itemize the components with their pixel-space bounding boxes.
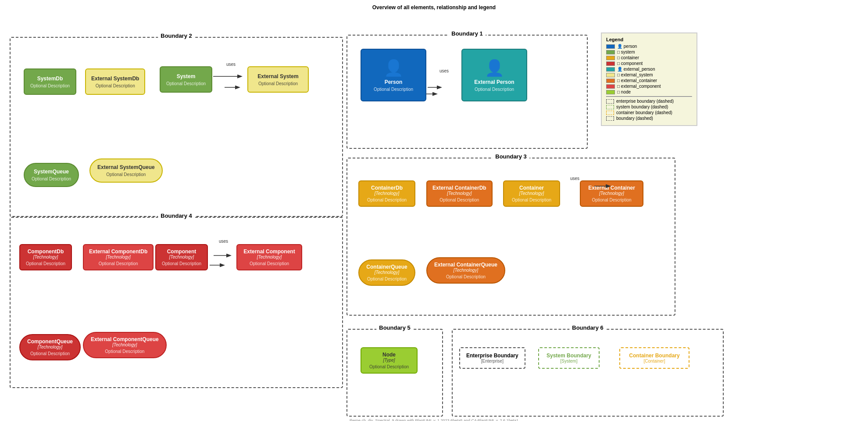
person-icon: 👤 <box>384 59 404 77</box>
container-db-name: ContainerDb <box>371 185 403 191</box>
legend-person-label: 👤 person <box>617 44 637 49</box>
enterprise-boundary-name: Enterprise Boundary <box>466 353 518 359</box>
system-queue-desc: Optional Description <box>32 176 71 181</box>
legend-ext-person-label: 👤 external_person <box>617 67 655 72</box>
legend-ext-container-swatch <box>606 79 615 83</box>
container-queue-shape: ContainerQueue [Technology] Optional Des… <box>358 259 415 286</box>
component-queue-tech: [Technology] <box>38 345 62 349</box>
component-queue-shape: ComponentQueue [Technology] Optional Des… <box>19 334 81 360</box>
external-component-db-elem: External ComponentDb [Technology] Option… <box>83 244 154 270</box>
external-container-queue-shape: External ContainerQueue [Technology] Opt… <box>426 257 505 284</box>
external-container-db-shape: External ContainerDb [Technology] Option… <box>426 180 493 207</box>
component-db-name: ComponentDb <box>28 248 64 255</box>
external-container-db-tech: [Technology] <box>447 191 472 196</box>
boundary-2: Boundary 2 SystemDb Optional Description… <box>10 37 343 217</box>
external-container-db-elem: External ContainerDb [Technology] Option… <box>426 180 493 207</box>
container-queue-elem: ContainerQueue [Technology] Optional Des… <box>358 259 415 286</box>
node-shape: Node [Type] Optional Description <box>361 347 418 374</box>
legend-system-boundary: system boundary (dashed) <box>606 104 692 109</box>
container-elem: Container [Technology] Optional Descript… <box>503 180 560 207</box>
system-db-name: SystemDb <box>37 76 63 82</box>
container-boundary-sub: [Container] <box>626 359 682 363</box>
person-elem: 👤 Person Optional Description <box>361 49 426 101</box>
container-db-elem: ContainerDb [Technology] Optional Descri… <box>358 180 415 207</box>
external-container-desc: Optional Description <box>592 198 631 202</box>
node-desc: Optional Description <box>369 364 409 369</box>
legend-boundary: boundary (dashed) <box>606 116 692 121</box>
legend-container-swatch <box>606 56 615 60</box>
container-queue-name: ContainerQueue <box>366 264 407 270</box>
external-system-shape: External System Optional Description <box>247 66 309 93</box>
uses-label-b4: uses <box>219 239 228 244</box>
legend-ext-person-swatch <box>606 67 615 72</box>
component-queue-elem: ComponentQueue [Technology] Optional Des… <box>19 334 81 360</box>
legend-system-dash <box>606 105 614 109</box>
boundary-6: Boundary 6 Enterprise Boundary [Enterpri… <box>452 329 724 417</box>
container-tech: [Technology] <box>519 191 544 196</box>
external-person-shape: 👤 External Person Optional Description <box>461 49 527 101</box>
external-system-queue-elem: External SystemQueue Optional Descriptio… <box>89 158 163 183</box>
component-db-desc: Optional Description <box>26 261 65 266</box>
boundary-5: Boundary 5 Node [Type] Optional Descript… <box>346 329 443 417</box>
external-system-elem: External System Optional Description <box>247 66 309 93</box>
external-system-db-desc: Optional Description <box>96 83 135 88</box>
system-boundary-name: System Boundary <box>545 353 593 359</box>
legend-ext-container: □ external_container <box>606 78 692 83</box>
enterprise-boundary-elem: Enterprise Boundary [Enterprise] <box>459 347 525 369</box>
external-component-db-shape: External ComponentDb [Technology] Option… <box>83 244 154 270</box>
container-db-desc: Optional Description <box>367 198 407 202</box>
legend-system-swatch <box>606 50 615 54</box>
external-container-elem: External Container [Technology] Optional… <box>580 180 643 207</box>
boundary-4-title: Boundary 4 <box>158 212 195 219</box>
component-db-shape: ComponentDb [Technology] Optional Descri… <box>19 244 72 270</box>
uses-label-b1: uses <box>439 68 449 73</box>
external-component-name: External Component <box>243 248 295 255</box>
container-db-shape: ContainerDb [Technology] Optional Descri… <box>358 180 415 207</box>
external-person-elem: 👤 External Person Optional Description <box>461 49 527 101</box>
external-component-elem: External Component [Technology] Optional… <box>236 244 302 270</box>
legend-system-label: □ system <box>617 50 635 54</box>
component-queue-name: ComponentQueue <box>27 338 73 345</box>
boundary-6-title: Boundary 6 <box>569 324 606 331</box>
boundary-3: Boundary 3 ContainerDb [Technology] Opti… <box>346 158 675 316</box>
node-tech: [Type] <box>383 358 395 363</box>
legend-enterprise-boundary: enterprise boundary (dashed) <box>606 99 692 104</box>
legend-ext-component: □ external_component <box>606 84 692 89</box>
system-db-elem: SystemDb Optional Description <box>24 68 76 95</box>
external-component-queue-tech: [Technology] <box>112 342 137 347</box>
person-shape: 👤 Person Optional Description <box>361 49 426 101</box>
legend-container-boundary: container boundary (dashed) <box>606 110 692 115</box>
external-component-queue-name: External ComponentQueue <box>91 336 159 342</box>
external-person-name: External Person <box>474 79 514 85</box>
external-system-db-name: External SystemDb <box>91 76 139 82</box>
component-name: Component <box>167 248 196 255</box>
system-db-shape: SystemDb Optional Description <box>24 68 76 95</box>
system-boundary-sub: [System] <box>545 359 593 363</box>
external-container-db-desc: Optional Description <box>439 198 479 202</box>
container-queue-desc: Optional Description <box>367 277 407 281</box>
footer: theme cb_div_Spectral_9 drawn with Plant… <box>350 418 518 421</box>
system-queue-name: SystemQueue <box>34 169 69 175</box>
component-db-tech: [Technology] <box>33 255 58 259</box>
legend-container-boundary-label: container boundary (dashed) <box>616 110 672 115</box>
legend-system-boundary-label: system boundary (dashed) <box>616 104 668 109</box>
external-component-tech: [Technology] <box>257 255 282 259</box>
component-shape: Component [Technology] Optional Descript… <box>155 244 208 270</box>
external-component-queue-shape: External ComponentQueue [Technology] Opt… <box>83 332 167 358</box>
legend-boundary-label: boundary (dashed) <box>616 116 653 121</box>
external-container-queue-elem: External ContainerQueue [Technology] Opt… <box>426 257 505 284</box>
external-system-queue-name: External SystemQueue <box>97 164 155 170</box>
external-container-tech: [Technology] <box>599 191 624 196</box>
component-queue-desc: Optional Description <box>30 351 70 356</box>
legend-ext-system: □ external_system <box>606 72 692 77</box>
external-system-db-elem: External SystemDb Optional Description <box>85 68 145 95</box>
boundary-4: Boundary 4 ComponentDb [Technology] Opti… <box>10 217 343 388</box>
legend-node: □ node <box>606 90 692 94</box>
legend-person-swatch <box>606 44 615 49</box>
legend-node-swatch <box>606 90 615 94</box>
container-desc: Optional Description <box>512 198 551 202</box>
system-queue-elem: SystemQueue Optional Description <box>24 163 79 187</box>
external-component-queue-elem: External ComponentQueue [Technology] Opt… <box>83 332 167 358</box>
legend-container: □ container <box>606 55 692 60</box>
system-boundary-elem: System Boundary [System] <box>538 347 600 369</box>
